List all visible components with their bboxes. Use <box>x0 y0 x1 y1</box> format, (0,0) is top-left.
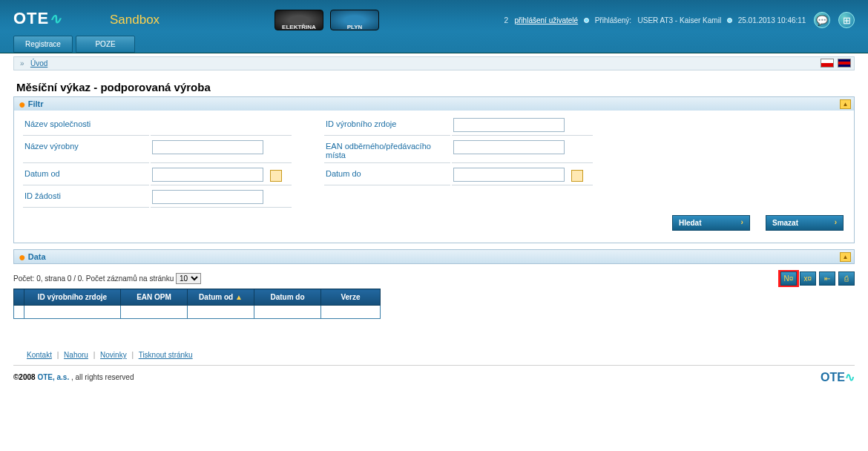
separator-icon: | <box>91 351 99 359</box>
logged-users-count: 2 <box>504 16 509 24</box>
footer-links: Kontakt | Nahoru | Novinky | Tisknout st… <box>13 338 855 366</box>
input-source-id[interactable] <box>453 118 565 132</box>
clear-button[interactable]: Smazat <box>766 215 844 231</box>
collapse-icon[interactable]: ▲ <box>840 252 851 262</box>
sort-asc-icon: ▲ <box>235 293 243 301</box>
filter-panel-header: ● Filtr ▲ <box>14 97 854 111</box>
col-ean-opm[interactable]: EAN OPM <box>121 289 188 306</box>
bullet-icon: ● <box>19 98 26 111</box>
col-date-from[interactable]: Datum od ▲ <box>188 289 254 306</box>
export-excel-icon[interactable]: x¤ <box>800 271 816 286</box>
col-source-id[interactable]: ID výrobního zrdoje <box>24 289 121 306</box>
footer-print-link[interactable]: Tisknout stránku <box>139 351 193 359</box>
col-date-to[interactable]: Datum do <box>254 289 321 306</box>
data-meta-row: Počet: 0, strana 0 / 0. Počet záznamů na… <box>13 270 855 287</box>
footer-logo-wave-icon: ∿ <box>845 371 855 383</box>
logged-in-label: Přihlášený: <box>595 16 631 24</box>
top-bar: OTE∿ Sandbox ELEKTŘINA PLYN 2 přihlášení… <box>0 0 868 53</box>
data-panel: ● Data ▲ <box>13 249 855 264</box>
timestamp: 25.01.2013 10:46:11 <box>738 16 806 24</box>
label-request-id: ID žádosti <box>23 187 149 208</box>
filter-form: Název společnosti ID výrobního zrdoje Ná… <box>22 113 594 209</box>
label-ean: EAN odběrného/předávacího místa <box>324 137 450 163</box>
main-nav: Registrace POZE <box>13 36 136 53</box>
filter-panel-body: Název společnosti ID výrobního zrdoje Ná… <box>14 111 854 243</box>
logo-text: OTE <box>13 9 49 27</box>
logged-users-link[interactable]: přihlášení uživatelé <box>515 16 579 24</box>
session-info: 2 přihlášení uživatelé Přihlášený: USER … <box>504 12 855 28</box>
copyright-prefix: ©2008 <box>13 373 37 381</box>
col-date-from-label: Datum od <box>199 293 233 301</box>
footer-contact-link[interactable]: Kontakt <box>27 351 52 359</box>
flag-uk-icon[interactable] <box>838 59 851 68</box>
paging-info: Počet: 0, strana 0 / 0. Počet záznamů na… <box>13 270 201 287</box>
chat-icon[interactable]: 💬 <box>814 12 830 28</box>
breadcrumb-arrow-icon: » <box>20 59 28 68</box>
label-source-id: ID výrobního zrdoje <box>324 115 450 136</box>
footer-logo: OTE∿ <box>821 370 855 384</box>
new-record-icon[interactable]: N¤ <box>780 271 797 286</box>
product-switch: ELEKTŘINA PLYN <box>274 10 384 30</box>
data-panel-header: ● Data ▲ <box>14 250 854 263</box>
separator-icon: | <box>128 351 137 359</box>
data-grid: ID výrobního zrdoje EAN OPM Datum od ▲ D… <box>13 289 381 319</box>
breadcrumb: » Úvod <box>13 56 855 70</box>
copyright-company: OTE, a.s. <box>37 373 69 381</box>
print-icon[interactable]: ⎙ <box>838 271 855 286</box>
copyright-suffix: , all rights reserved <box>71 373 134 381</box>
data-panel-title: Data <box>28 252 46 261</box>
filter-panel: ● Filtr ▲ Název společnosti ID výrobního… <box>13 96 855 243</box>
label-plant-name: Název výrobny <box>23 137 149 163</box>
language-switch <box>819 59 851 69</box>
collapse-icon[interactable]: ▲ <box>840 99 851 109</box>
search-button[interactable]: Hledat <box>672 215 750 231</box>
input-request-id[interactable] <box>152 190 263 204</box>
input-date-from[interactable] <box>152 168 263 182</box>
label-date-from: Datum od <box>23 165 149 185</box>
calendar-icon[interactable] <box>571 170 583 182</box>
page-size-select[interactable]: 10 <box>176 273 201 284</box>
separator-dot-icon <box>584 18 589 23</box>
footer-news-link[interactable]: Novinky <box>100 351 127 359</box>
content-area: Měsíční výkaz - podporovaná výroba ● Fil… <box>0 70 868 338</box>
calendar-icon[interactable] <box>270 170 282 182</box>
input-ean[interactable] <box>453 140 565 154</box>
footer-logo-text: OTE <box>821 371 845 383</box>
flag-cz-icon[interactable] <box>821 59 834 68</box>
col-select[interactable] <box>14 289 24 306</box>
footer-up-link[interactable]: Nahoru <box>64 351 88 359</box>
col-version[interactable]: Verze <box>321 289 381 306</box>
logged-in-user: USER AT3 - Kaiser Kamil <box>637 16 721 24</box>
filter-buttons-row: Hledat Smazat <box>22 209 846 240</box>
breadcrumb-home-link[interactable]: Úvod <box>30 59 47 68</box>
page-title: Měsíční výkaz - podporovaná výroba <box>13 76 855 96</box>
table-row <box>14 306 381 319</box>
data-toolbar: N¤ x¤ ⇤ ⎙ <box>780 270 855 286</box>
separator-icon: | <box>54 351 62 359</box>
bullet-icon: ● <box>19 251 26 263</box>
input-date-to[interactable] <box>453 168 565 182</box>
environment-label: Sandbox <box>110 13 160 27</box>
product-gas-button[interactable]: PLYN <box>330 10 379 30</box>
copyright-bar: ©2008 OTE, a.s. , all rights reserved OT… <box>0 366 868 389</box>
nav-registrace[interactable]: Registrace <box>13 36 73 53</box>
apps-icon[interactable]: ⊞ <box>838 12 855 28</box>
paging-text: Počet: 0, strana 0 / 0. Počet záznamů na… <box>13 274 174 283</box>
input-plant-name[interactable] <box>152 140 263 154</box>
filter-panel-title: Filtr <box>28 99 44 108</box>
nav-poze[interactable]: POZE <box>76 36 135 53</box>
label-company-name: Název společnosti <box>23 115 149 136</box>
logo-wave-icon: ∿ <box>49 10 62 27</box>
separator-dot-icon <box>727 18 732 23</box>
product-electricity-button[interactable]: ELEKTŘINA <box>274 10 323 30</box>
label-date-to: Datum do <box>324 165 450 185</box>
import-icon[interactable]: ⇤ <box>819 271 835 286</box>
logo: OTE∿ <box>13 9 62 28</box>
